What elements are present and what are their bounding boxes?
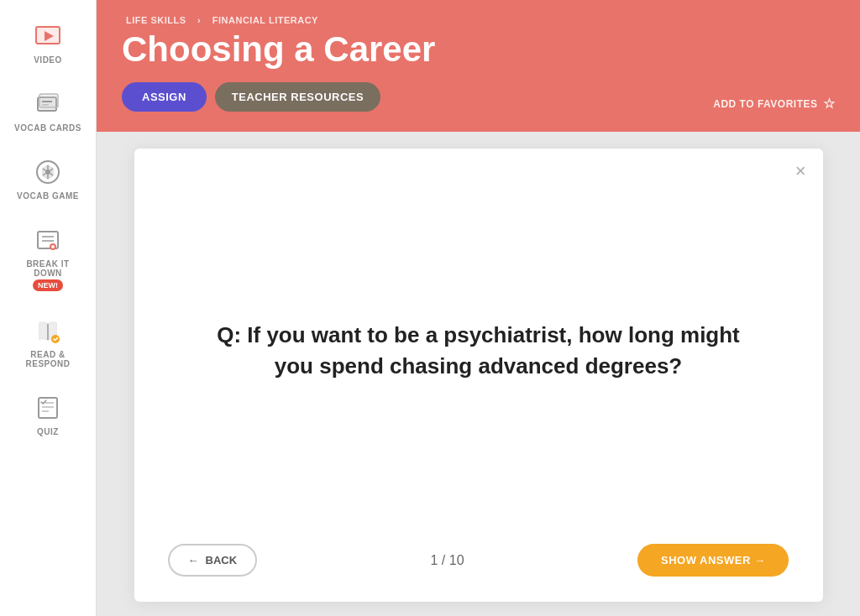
sidebar-item-read-label: READ &RESPOND: [26, 350, 71, 368]
breadcrumb: LIFE SKILLS › FINANCIAL LITERACY: [122, 15, 835, 25]
page-header: LIFE SKILLS › FINANCIAL LITERACY Choosin…: [97, 0, 860, 132]
page-total: 10: [449, 553, 464, 567]
show-answer-button[interactable]: SHOW ANSWER →: [637, 544, 789, 577]
teacher-resources-button[interactable]: TEACHER RESOURCES: [215, 82, 380, 112]
page-separator: /: [438, 553, 448, 567]
breadcrumb-part1: LIFE SKILLS: [126, 15, 186, 25]
add-favorites-label: ADD TO FAVORITES: [713, 98, 817, 110]
sidebar-item-break-label: BREAK ITDOWN: [26, 259, 69, 278]
sidebar-item-quiz[interactable]: QUIZ: [0, 380, 96, 448]
page-indicator: 1 / 10: [431, 553, 464, 568]
sidebar-item-vocab-game-label: VOCAB GAME: [17, 191, 79, 201]
back-arrow-icon: ←: [188, 554, 199, 566]
svg-rect-25: [39, 398, 57, 418]
question-text: Q: If you want to be a psychiatrist, how…: [202, 320, 756, 381]
sidebar-item-quiz-label: QUIZ: [37, 427, 59, 436]
sidebar-item-video-label: VIDEO: [34, 55, 62, 65]
page-title: Choosing a Career: [122, 30, 835, 69]
add-favorites-button[interactable]: ADD TO FAVORITES ☆: [713, 96, 835, 112]
star-icon: ☆: [823, 96, 836, 112]
sidebar-item-vocab-cards[interactable]: VOCAB CARDS: [0, 76, 96, 144]
show-answer-label: SHOW ANSWER →: [661, 554, 765, 566]
video-icon: [32, 20, 64, 52]
sidebar-item-video[interactable]: VIDEO: [0, 8, 96, 76]
quiz-icon: [32, 392, 64, 424]
sidebar-item-break-it-down[interactable]: BREAK ITDOWN NEW!: [0, 212, 96, 303]
modal-close-button[interactable]: ×: [795, 162, 806, 180]
read-icon: [32, 315, 64, 347]
sidebar: VIDEO VOCAB CARDS: [0, 0, 97, 616]
new-badge: NEW!: [33, 279, 63, 291]
sidebar-item-vocab-game[interactable]: VOCAB GAME: [0, 144, 96, 212]
main-content: LIFE SKILLS › FINANCIAL LITERACY Choosin…: [97, 0, 860, 616]
question-area: Q: If you want to be a psychiatrist, how…: [168, 174, 789, 527]
breadcrumb-part2: FINANCIAL LITERACY: [212, 15, 318, 25]
back-label: BACK: [206, 554, 238, 566]
modal-footer: ← BACK 1 / 10 SHOW ANSWER →: [168, 527, 789, 577]
sidebar-item-read-respond[interactable]: READ &RESPOND: [0, 303, 96, 380]
breadcrumb-separator: ›: [197, 15, 201, 25]
vocab-cards-icon: [32, 88, 64, 120]
assign-button[interactable]: ASSIGN: [122, 82, 207, 112]
back-button[interactable]: ← BACK: [168, 544, 258, 577]
break-icon: [32, 224, 64, 256]
sidebar-item-vocab-cards-label: VOCAB CARDS: [14, 123, 81, 133]
content-area: × Q: If you want to be a psychiatrist, h…: [97, 132, 860, 616]
vocab-game-icon: [32, 156, 64, 188]
modal-card: × Q: If you want to be a psychiatrist, h…: [134, 149, 823, 602]
